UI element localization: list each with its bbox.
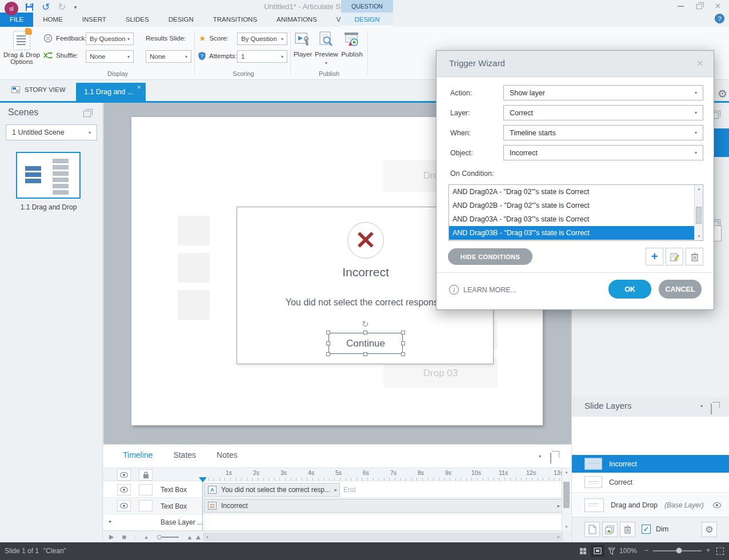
results-slide-select[interactable]: None▾	[146, 50, 191, 63]
playhead[interactable]	[199, 477, 207, 482]
tab-slides[interactable]: SLIDES	[116, 13, 159, 27]
layer-select[interactable]: Correct▾	[503, 105, 703, 120]
tab-timeline[interactable]: Timeline	[123, 450, 153, 468]
zoom-slider-handle[interactable]	[676, 547, 682, 554]
stop-icon[interactable]: ■	[122, 533, 126, 541]
eye-toggle[interactable]	[117, 484, 131, 495]
tab-home[interactable]: HOME	[33, 13, 73, 27]
feedback-select[interactable]: By Question▾	[86, 33, 134, 45]
expand-arrow-icon[interactable]: ▸	[557, 503, 560, 509]
timeline-bar-textbox1[interactable]: A You did not select the correct resp...…	[204, 483, 340, 497]
action-select[interactable]: Show layer▾	[503, 85, 703, 100]
play-icon[interactable]: ▶	[109, 533, 114, 541]
horizontal-scrollbar[interactable]: ◂ ▸	[203, 533, 563, 541]
tab-insert[interactable]: INSERT	[73, 13, 116, 27]
tab-notes[interactable]: Notes	[217, 450, 238, 468]
tab-design[interactable]: DESIGN	[159, 13, 203, 27]
feedback-view-button[interactable]	[604, 545, 618, 557]
conditions-list[interactable]: AND Drag02A - "Drag 02"'s state is Corre…	[448, 184, 703, 241]
tab-animations[interactable]: ANIMATIONS	[267, 13, 327, 27]
new-layer-button[interactable]	[584, 522, 600, 537]
delete-condition-button[interactable]	[686, 248, 703, 265]
scroll-left-icon[interactable]: ◂	[206, 534, 208, 539]
lock-toggle[interactable]	[139, 500, 153, 511]
when-select[interactable]: Timeline starts▾	[503, 125, 703, 140]
zoom-in-icon[interactable]: +	[706, 546, 710, 554]
timeline-bar-incorrect[interactable]: Incorrect ▸	[204, 499, 563, 513]
grid-view-button[interactable]	[576, 545, 590, 557]
caret-down-icon[interactable]: ▾	[539, 454, 541, 459]
condition-row[interactable]: AND Drag02A - "Drag 02"'s state is Corre…	[449, 185, 703, 199]
help-icon[interactable]: ?	[715, 14, 724, 23]
scroll-up-icon[interactable]: ▴	[695, 187, 703, 191]
tab-states[interactable]: States	[173, 450, 196, 468]
eye-column-header[interactable]	[117, 469, 131, 481]
lock-toggle[interactable]	[139, 484, 153, 495]
player-button[interactable]: Player	[292, 31, 314, 58]
selection-handle[interactable]	[326, 341, 330, 345]
preview-button[interactable]: Preview ▾	[315, 31, 338, 66]
object-select[interactable]: Incorrect▾	[503, 145, 703, 160]
slide-tab-active[interactable]: 1.1 Drag and ... ✕	[76, 83, 146, 101]
hide-conditions-button[interactable]: HIDE CONDITIONS	[448, 248, 532, 265]
expand-arrow-icon[interactable]: ▸	[334, 487, 337, 493]
timeline-row[interactable]: Text Box Incorrect ▸	[103, 498, 571, 514]
tab-question-tools-design[interactable]: DESIGN	[341, 13, 393, 27]
scroll-down-icon[interactable]: ▾	[562, 525, 571, 529]
scroll-down-icon[interactable]: ▾	[695, 234, 703, 239]
selection-handle[interactable]	[401, 352, 405, 356]
score-select[interactable]: By Question▾	[237, 33, 287, 45]
vertical-scrollbar[interactable]: ▴ ▾	[562, 468, 571, 531]
ok-button[interactable]: OK	[608, 280, 651, 299]
slide-view-button[interactable]	[591, 545, 604, 557]
slide-thumbnail[interactable]	[16, 152, 81, 199]
continue-button[interactable]: Continue	[329, 333, 403, 354]
rotate-handle-icon[interactable]: ↻	[362, 319, 369, 329]
selection-handle[interactable]	[401, 341, 405, 345]
eye-toggle[interactable]	[117, 500, 131, 511]
timeline-zoom-slider[interactable]	[157, 535, 179, 539]
duplicate-layer-button[interactable]	[602, 522, 618, 537]
story-view-tab[interactable]: STORY VIEW	[11, 86, 66, 93]
expand-arrow-icon[interactable]: ▸	[109, 518, 112, 524]
panel-collapse-icon[interactable]	[550, 453, 551, 464]
publish-button[interactable]: Publish	[339, 31, 364, 58]
layer-properties-button[interactable]: ⚙	[702, 522, 717, 537]
selection-handle[interactable]	[326, 331, 330, 335]
zoom-in-icon[interactable]: ▲	[187, 534, 191, 541]
caret-down-icon[interactable]: ▾	[700, 404, 703, 409]
selection-handle[interactable]	[326, 352, 330, 356]
zoom-out-icon[interactable]: −	[644, 546, 648, 554]
tab-close-icon[interactable]: ✕	[137, 84, 141, 90]
panel-collapse-icon[interactable]	[83, 111, 91, 117]
delete-layer-button[interactable]	[620, 522, 635, 537]
selection-handle[interactable]	[363, 331, 367, 335]
fit-to-window-icon[interactable]	[716, 547, 724, 555]
cancel-button[interactable]: CANCEL	[659, 280, 702, 299]
scroll-right-icon[interactable]: ▸	[558, 534, 560, 539]
tab-transitions[interactable]: TRANSITIONS	[203, 13, 267, 27]
shuffle-select[interactable]: None▾	[86, 50, 134, 63]
panel-collapse-icon[interactable]	[711, 404, 712, 414]
attempts-select[interactable]: 1▾	[237, 50, 287, 63]
eye-icon[interactable]	[713, 502, 721, 508]
selection-handle[interactable]	[363, 352, 367, 356]
zoom-out-icon[interactable]: ▲	[144, 534, 149, 540]
learn-more-link[interactable]: i LEARN MORE...	[449, 285, 516, 295]
dim-checkbox[interactable]: ✓	[642, 525, 651, 534]
restore-button[interactable]	[696, 4, 702, 9]
timeline-row[interactable]: Text Box A You did not select the correc…	[103, 482, 571, 498]
wizard-titlebar[interactable]: Trigger Wizard ✕	[436, 51, 714, 77]
minimize-button[interactable]	[678, 6, 684, 7]
close-button[interactable]: ✕	[715, 3, 721, 9]
gear-icon[interactable]: ⚙	[718, 87, 727, 100]
drag-drop-options-button[interactable]: Drag & Drop Options	[3, 31, 40, 65]
conditions-scrollbar[interactable]: ▴ ▾	[694, 185, 703, 240]
condition-row[interactable]: AND Drag03A - "Drag 03"'s state is Corre…	[449, 212, 703, 226]
lock-column-header[interactable]	[139, 469, 153, 481]
condition-row-selected[interactable]: AND Drag03B - "Drag 03"'s state is Corre…	[449, 226, 703, 240]
layer-row-correct[interactable]: Correct	[572, 473, 729, 491]
layer-row-incorrect[interactable]: Incorrect	[572, 455, 729, 473]
scroll-up-icon[interactable]: ▴	[562, 470, 571, 474]
wizard-close-icon[interactable]: ✕	[696, 59, 703, 68]
